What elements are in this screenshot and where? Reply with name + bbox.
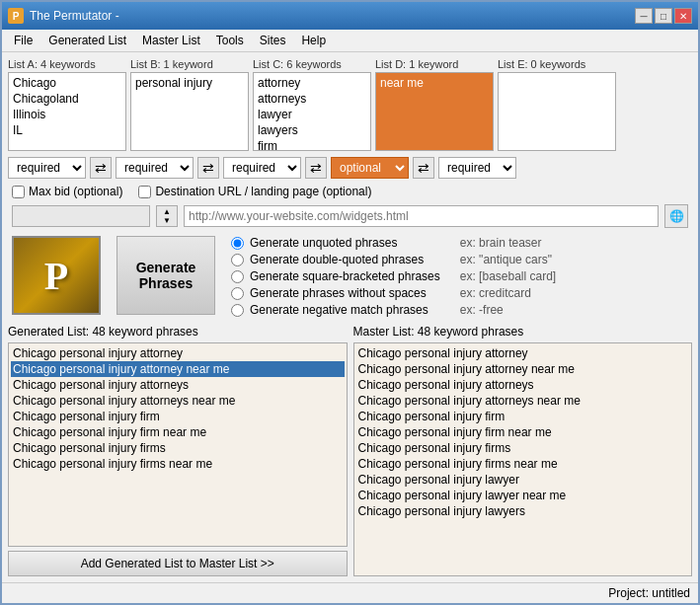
example-1: ex: "antique cars" xyxy=(460,253,556,266)
title-bar: P The Permutator - ─ □ ✕ xyxy=(2,2,698,30)
list-item: firm xyxy=(256,138,368,151)
gen-list-item[interactable]: Chicago personal injury attorney xyxy=(11,345,345,361)
radio-unquoted-text: Generate unquoted phrases xyxy=(250,236,397,250)
example-3: ex: creditcard xyxy=(460,286,556,300)
master-list-item[interactable]: Chicago personal injury lawyer near me xyxy=(356,488,690,503)
radio-negative-label: Generate negative match phrases xyxy=(231,303,440,317)
bid-input[interactable]: 0.10 xyxy=(12,205,150,227)
app-logo: P xyxy=(12,236,101,315)
list-item: lawyers xyxy=(256,122,368,138)
spin-up-icon: ▲ xyxy=(163,207,171,216)
master-list-item[interactable]: Chicago personal injury firms near me xyxy=(356,456,690,472)
master-list-item[interactable]: Chicago personal injury attorneys near m… xyxy=(356,393,690,409)
swap-ab-button[interactable]: ⇄ xyxy=(90,157,112,179)
list-a-box[interactable]: Chicago Chicagoland Illinois IL xyxy=(8,72,126,151)
gen-list-item[interactable]: Chicago personal injury firm near me xyxy=(11,424,345,440)
list-b-box[interactable]: personal injury xyxy=(130,72,249,151)
max-bid-checkbox-label: Max bid (optional) xyxy=(12,185,122,198)
options-row: Max bid (optional) Destination URL / lan… xyxy=(8,183,692,200)
url-input[interactable] xyxy=(184,205,659,227)
generate-button[interactable]: Generate Phrases xyxy=(117,236,215,315)
list-d-dropdown[interactable]: requiredoptionalexcluded xyxy=(331,157,409,179)
radio-square-bracket[interactable] xyxy=(231,270,244,283)
master-list-item[interactable]: Chicago personal injury attorney xyxy=(356,345,690,361)
radio-no-spaces[interactable] xyxy=(231,287,244,300)
swap-de-button[interactable]: ⇄ xyxy=(413,157,434,179)
master-list-area: Master List: 48 keyword phrases Chicago … xyxy=(353,325,693,576)
radio-unquoted-label: Generate unquoted phrases xyxy=(231,236,440,250)
title-text: The Permutator - xyxy=(30,9,119,23)
examples-column: ex: brain teaser ex: "antique cars" ex: … xyxy=(460,236,556,317)
main-content: List A: 4 keywords Chicago Chicagoland I… xyxy=(2,52,698,582)
bid-spin-button[interactable]: ▲ ▼ xyxy=(156,205,178,227)
swap-cd-button[interactable]: ⇄ xyxy=(305,157,327,179)
maximize-button[interactable]: □ xyxy=(655,8,672,24)
list-e-dropdown[interactable]: requiredoptionalexcluded xyxy=(438,157,516,179)
list-e-box[interactable] xyxy=(498,72,616,151)
menu-help[interactable]: Help xyxy=(293,32,334,49)
radio-negative[interactable] xyxy=(231,304,244,317)
menu-master-list[interactable]: Master List xyxy=(134,32,208,49)
example-0: ex: brain teaser xyxy=(460,236,556,250)
max-bid-label: Max bid (optional) xyxy=(29,185,122,198)
example-2: ex: [baseball card] xyxy=(460,269,556,283)
list-item: IL xyxy=(11,122,123,138)
master-list-item[interactable]: Chicago personal injury firm xyxy=(356,409,690,424)
master-list-item[interactable]: Chicago personal injury firm near me xyxy=(356,424,690,440)
radio-double-quoted[interactable] xyxy=(231,254,244,266)
swap-bc-button[interactable]: ⇄ xyxy=(197,157,219,179)
master-list-item[interactable]: Chicago personal injury firms xyxy=(356,440,690,456)
list-d-box[interactable]: near me xyxy=(375,72,494,151)
list-d-label: List D: 1 keyword xyxy=(375,58,494,70)
radio-unquoted[interactable] xyxy=(231,237,244,250)
master-list-item[interactable]: Chicago personal injury lawyer xyxy=(356,472,690,488)
globe-button[interactable]: 🌐 xyxy=(664,204,688,228)
radio-double-quoted-label: Generate double-quoted phrases xyxy=(231,253,440,266)
gen-list-item[interactable]: Chicago personal injury firm xyxy=(11,409,345,424)
list-item: attorneys xyxy=(256,91,368,107)
master-list-box[interactable]: Chicago personal injury attorney Chicago… xyxy=(353,342,693,576)
list-item: near me xyxy=(378,75,491,91)
list-item: Chicago xyxy=(11,75,123,91)
list-b-label: List B: 1 keyword xyxy=(130,58,249,70)
gen-list-item-selected[interactable]: Chicago personal injury attorney near me xyxy=(11,361,345,377)
list-c-box[interactable]: attorney attorneys lawyer lawyers firm f… xyxy=(253,72,371,151)
radio-square-bracket-label: Generate square-bracketed phrases xyxy=(231,269,440,283)
status-bar: Project: untitled xyxy=(2,582,698,603)
generated-list-label: Generated List: 48 keyword phrases xyxy=(8,325,348,339)
list-c-dropdown[interactable]: requiredoptionalexcluded xyxy=(223,157,301,179)
gen-list-item[interactable]: Chicago personal injury firms xyxy=(11,440,345,456)
menu-file[interactable]: File xyxy=(6,32,40,49)
gen-list-item[interactable]: Chicago personal injury firms near me xyxy=(11,456,345,472)
add-to-master-button[interactable]: Add Generated List to Master List >> xyxy=(8,551,348,576)
title-bar-left: P The Permutator - xyxy=(8,8,119,24)
radio-square-bracket-text: Generate square-bracketed phrases xyxy=(250,269,440,283)
generated-list-box[interactable]: Chicago personal injury attorney Chicago… xyxy=(8,342,348,547)
master-list-item[interactable]: Chicago personal injury lawyers xyxy=(356,503,690,519)
list-d-column: List D: 1 keyword near me xyxy=(375,58,494,151)
list-a-dropdown[interactable]: requiredoptionalexcluded xyxy=(8,157,86,179)
dest-url-checkbox-label: Destination URL / landing page (optional… xyxy=(138,185,371,198)
radio-double-quoted-text: Generate double-quoted phrases xyxy=(250,253,424,266)
list-e-column: List E: 0 keywords xyxy=(498,58,616,151)
close-button[interactable]: ✕ xyxy=(674,8,692,24)
generated-section: Generated List: 48 keyword phrases Chica… xyxy=(8,325,692,576)
menu-tools[interactable]: Tools xyxy=(208,32,252,49)
master-list-item[interactable]: Chicago personal injury attorneys xyxy=(356,377,690,393)
gen-list-item[interactable]: Chicago personal injury attorneys xyxy=(11,377,345,393)
menu-sites[interactable]: Sites xyxy=(252,32,294,49)
generated-list-area: Generated List: 48 keyword phrases Chica… xyxy=(8,325,348,576)
minimize-button[interactable]: ─ xyxy=(635,8,653,24)
dest-url-checkbox[interactable] xyxy=(138,186,151,198)
max-bid-checkbox[interactable] xyxy=(12,186,25,198)
radio-no-spaces-text: Generate phrases without spaces xyxy=(250,286,427,300)
master-list-item[interactable]: Chicago personal injury attorney near me xyxy=(356,361,690,377)
list-b-column: List B: 1 keyword personal injury xyxy=(130,58,249,151)
main-window: P The Permutator - ─ □ ✕ File Generated … xyxy=(0,0,700,605)
generate-section: P Generate Phrases Generate unquoted phr… xyxy=(8,232,692,321)
list-b-dropdown[interactable]: requiredoptionalexcluded xyxy=(116,157,194,179)
menu-generated-list[interactable]: Generated List xyxy=(40,32,134,49)
gen-list-item[interactable]: Chicago personal injury attorneys near m… xyxy=(11,393,345,409)
title-controls: ─ □ ✕ xyxy=(635,8,692,24)
list-c-column: List C: 6 keywords attorney attorneys la… xyxy=(253,58,371,151)
